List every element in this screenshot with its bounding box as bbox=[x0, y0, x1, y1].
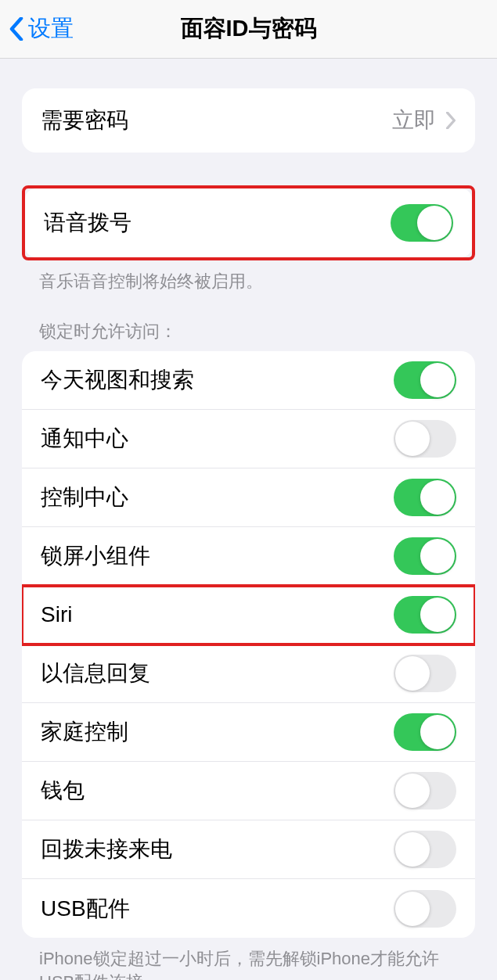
lock-access-row: USB配件 bbox=[22, 879, 475, 938]
require-passcode-row[interactable]: 需要密码 立即 bbox=[22, 88, 475, 153]
lock-access-label: 今天视图和搜索 bbox=[41, 365, 194, 395]
lock-access-toggle[interactable] bbox=[394, 713, 456, 751]
lock-access-row: 钱包 bbox=[22, 762, 475, 820]
voice-dial-label: 语音拨号 bbox=[44, 208, 131, 238]
voice-dial-highlight: 语音拨号 bbox=[22, 185, 475, 260]
lock-access-row: 以信息回复 bbox=[22, 644, 475, 703]
lock-access-label: 控制中心 bbox=[41, 483, 128, 512]
lock-access-label: 通知中心 bbox=[41, 424, 128, 454]
lock-access-footer: iPhone锁定超过一小时后，需先解锁iPhone才能允许USB配件连接。 bbox=[0, 938, 497, 980]
back-label: 设置 bbox=[28, 13, 74, 45]
voice-dial-row: 语音拨号 bbox=[25, 188, 472, 257]
nav-bar: 设置 面容ID与密码 bbox=[0, 0, 497, 59]
lock-access-label: 锁屏小组件 bbox=[41, 541, 150, 571]
lock-access-row: 控制中心 bbox=[22, 468, 475, 527]
voice-dial-footer: 音乐语音控制将始终被启用。 bbox=[0, 260, 497, 293]
back-button[interactable]: 设置 bbox=[0, 13, 74, 45]
page-title: 面容ID与密码 bbox=[181, 13, 317, 45]
lock-access-toggle[interactable] bbox=[394, 479, 456, 516]
voice-dial-toggle[interactable] bbox=[391, 204, 453, 242]
lock-access-toggle[interactable] bbox=[394, 655, 456, 692]
require-passcode-label: 需要密码 bbox=[41, 106, 128, 135]
lock-access-list: 今天视图和搜索通知中心控制中心锁屏小组件Siri以信息回复家庭控制钱包回拨未接来… bbox=[22, 351, 475, 938]
lock-access-label: 回拨未接来电 bbox=[41, 835, 172, 864]
lock-access-row: 通知中心 bbox=[22, 410, 475, 468]
lock-access-toggle[interactable] bbox=[394, 596, 456, 634]
lock-access-header: 锁定时允许访问： bbox=[0, 320, 497, 351]
lock-access-label: 钱包 bbox=[41, 776, 85, 806]
lock-access-row: 锁屏小组件 bbox=[22, 527, 475, 586]
lock-access-row: 家庭控制 bbox=[22, 703, 475, 762]
lock-access-label: 以信息回复 bbox=[41, 659, 150, 688]
lock-access-toggle[interactable] bbox=[394, 890, 456, 928]
lock-access-toggle[interactable] bbox=[394, 420, 456, 458]
lock-access-toggle[interactable] bbox=[394, 831, 456, 868]
lock-access-label: Siri bbox=[41, 602, 72, 627]
chevron-left-icon bbox=[9, 17, 23, 41]
lock-access-row: 回拨未接来电 bbox=[22, 820, 475, 879]
lock-access-row: 今天视图和搜索 bbox=[22, 351, 475, 410]
lock-access-toggle[interactable] bbox=[394, 537, 456, 575]
lock-access-toggle[interactable] bbox=[394, 772, 456, 809]
require-passcode-value: 立即 bbox=[392, 106, 436, 135]
chevron-right-icon bbox=[445, 112, 456, 129]
lock-access-label: 家庭控制 bbox=[41, 717, 128, 747]
lock-access-label: USB配件 bbox=[41, 894, 130, 924]
lock-access-row: Siri bbox=[22, 586, 475, 644]
lock-access-toggle[interactable] bbox=[394, 361, 456, 399]
